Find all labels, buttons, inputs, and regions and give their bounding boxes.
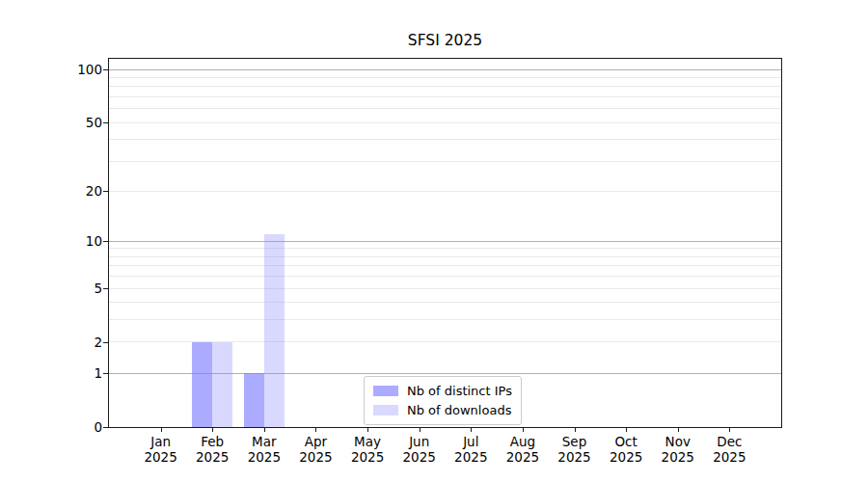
legend-item-distinct-ips: Nb of distinct IPs <box>373 381 512 400</box>
gridline-minor <box>109 248 781 249</box>
gridline-minor <box>109 122 781 123</box>
y-tick-label: 100 <box>35 61 102 78</box>
y-tick-label: 10 <box>35 232 102 250</box>
x-tick-mark <box>729 428 730 432</box>
gridline-major <box>109 241 781 242</box>
x-tick-mark <box>678 428 679 432</box>
y-tick-label: 2 <box>35 334 102 351</box>
legend-swatch-downloads <box>373 405 398 415</box>
bar-downloads <box>212 342 232 427</box>
plot-area <box>108 58 782 428</box>
y-tick-mark <box>103 122 108 123</box>
gridline-minor <box>109 96 781 97</box>
gridline-minor <box>109 319 781 320</box>
gridline-minor <box>109 139 781 140</box>
y-tick-mark <box>103 373 108 374</box>
x-tick-mark <box>626 428 627 432</box>
bar-distinct-ips <box>192 342 212 427</box>
gridline-minor <box>109 77 781 78</box>
y-tick-mark <box>103 342 108 343</box>
legend-swatch-distinct-ips <box>373 386 398 396</box>
legend-label-distinct-ips: Nb of distinct IPs <box>407 384 512 398</box>
year-label: 2025 <box>695 449 763 465</box>
bar-distinct-ips <box>244 373 264 427</box>
x-tick-mark <box>212 428 213 432</box>
gridline-minor <box>109 265 781 266</box>
legend-label-downloads: Nb of downloads <box>407 403 511 417</box>
legend-item-downloads: Nb of downloads <box>373 400 512 419</box>
y-tick-mark <box>103 427 108 428</box>
x-tick-label: Dec2025 <box>695 434 763 465</box>
x-tick-mark <box>367 428 368 432</box>
y-tick-mark <box>103 241 108 242</box>
x-tick-mark <box>471 428 472 432</box>
legend: Nb of distinct IPs Nb of downloads <box>364 376 522 425</box>
gridline-minor <box>109 276 781 277</box>
gridline-minor <box>109 302 781 303</box>
x-tick-mark <box>523 428 524 432</box>
y-tick-mark <box>103 191 108 192</box>
y-tick-label: 20 <box>35 182 102 200</box>
y-tick-mark <box>103 288 108 289</box>
gridline-major <box>109 69 781 70</box>
y-tick-mark <box>103 69 108 70</box>
gridline-minor <box>109 161 781 162</box>
x-tick-mark <box>315 428 316 432</box>
x-tick-mark <box>161 428 162 432</box>
gridline-minor <box>109 191 781 192</box>
gridline-minor <box>109 288 781 289</box>
x-tick-mark <box>575 428 576 432</box>
x-tick-mark <box>264 428 265 432</box>
y-tick-label: 1 <box>35 364 102 382</box>
gridline-minor <box>109 108 781 109</box>
gridline-minor <box>109 256 781 257</box>
y-tick-label: 50 <box>35 114 102 131</box>
x-tick-mark <box>420 428 420 432</box>
y-tick-label: 0 <box>35 418 102 436</box>
chart-title: SFSI 2025 <box>108 32 782 49</box>
y-tick-label: 5 <box>35 280 102 297</box>
bar-downloads <box>264 234 285 427</box>
gridline-minor <box>109 86 781 87</box>
month-label: Dec <box>695 434 763 449</box>
chart-canvas: SFSI 2025 Nb of distinct IPs Nb of downl… <box>0 0 868 482</box>
